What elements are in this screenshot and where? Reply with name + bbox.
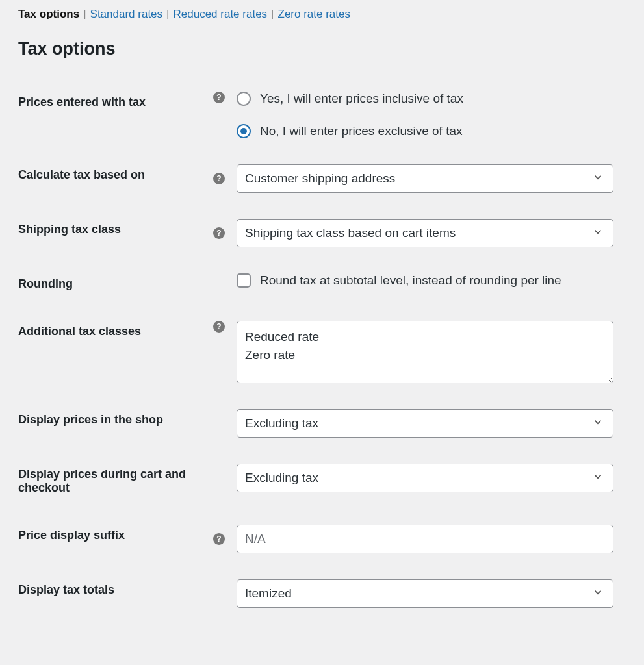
radio-prices-exclusive[interactable]: No, I will enter prices exclusive of tax xyxy=(237,124,463,138)
help-icon[interactable]: ? xyxy=(213,321,225,332)
select-value: Itemized xyxy=(245,586,292,601)
select-value: Customer shipping address xyxy=(245,171,395,186)
chevron-down-icon xyxy=(592,471,604,486)
radio-label: Yes, I will enter prices inclusive of ta… xyxy=(260,92,463,106)
subnav-separator: | xyxy=(83,8,86,21)
subnav-separator: | xyxy=(271,8,274,21)
section-title: Tax options xyxy=(18,39,626,59)
select-calculate-tax-based-on[interactable]: Customer shipping address xyxy=(237,164,613,193)
subnav-link-zero-rate-rates[interactable]: Zero rate rates xyxy=(278,8,351,21)
subnav-separator: | xyxy=(166,8,169,21)
chevron-down-icon xyxy=(592,586,604,601)
select-display-prices-cart[interactable]: Excluding tax xyxy=(237,464,613,492)
checkbox-icon xyxy=(237,273,251,288)
prices-entered-radio-group: Yes, I will enter prices inclusive of ta… xyxy=(237,92,463,138)
radio-label: No, I will enter prices exclusive of tax xyxy=(260,124,463,138)
subnav-link-reduced-rate-rates[interactable]: Reduced rate rates xyxy=(174,8,268,21)
subnav-link-standard-rates[interactable]: Standard rates xyxy=(90,8,163,21)
select-value: Excluding tax xyxy=(245,471,318,485)
label-rounding: Rounding xyxy=(18,260,213,308)
select-display-prices-shop[interactable]: Excluding tax xyxy=(237,409,613,438)
chevron-down-icon xyxy=(592,416,604,431)
help-icon[interactable]: ? xyxy=(213,173,225,184)
help-icon[interactable]: ? xyxy=(213,533,225,545)
label-calculate-tax-based-on: Calculate tax based on xyxy=(18,151,213,206)
input-price-display-suffix[interactable] xyxy=(237,525,613,553)
radio-icon xyxy=(237,92,251,106)
help-icon[interactable]: ? xyxy=(213,92,225,103)
subnav-current: Tax options xyxy=(18,8,79,21)
help-icon[interactable]: ? xyxy=(213,227,225,239)
label-display-tax-totals: Display tax totals xyxy=(18,566,213,621)
label-prices-entered-with-tax: Prices entered with tax xyxy=(18,79,213,151)
tax-subnav: Tax options | Standard rates | Reduced r… xyxy=(18,5,626,25)
chevron-down-icon xyxy=(592,226,604,241)
checkbox-label: Round tax at subtotal level, instead of … xyxy=(260,273,561,288)
select-value: Excluding tax xyxy=(245,416,318,431)
chevron-down-icon xyxy=(592,171,604,186)
select-value: Shipping tax class based on cart items xyxy=(245,226,456,240)
label-display-prices-cart: Display prices during cart and checkout xyxy=(18,451,213,512)
textarea-additional-tax-classes[interactable] xyxy=(237,321,613,383)
select-display-tax-totals[interactable]: Itemized xyxy=(237,579,613,608)
checkbox-rounding[interactable]: Round tax at subtotal level, instead of … xyxy=(237,273,561,288)
label-display-prices-shop: Display prices in the shop xyxy=(18,396,213,451)
radio-icon xyxy=(237,124,251,138)
label-price-display-suffix: Price display suffix xyxy=(18,512,213,566)
label-additional-tax-classes: Additional tax classes xyxy=(18,308,213,396)
label-shipping-tax-class: Shipping tax class xyxy=(18,206,213,260)
radio-prices-inclusive[interactable]: Yes, I will enter prices inclusive of ta… xyxy=(237,92,463,106)
select-shipping-tax-class[interactable]: Shipping tax class based on cart items xyxy=(237,219,613,247)
